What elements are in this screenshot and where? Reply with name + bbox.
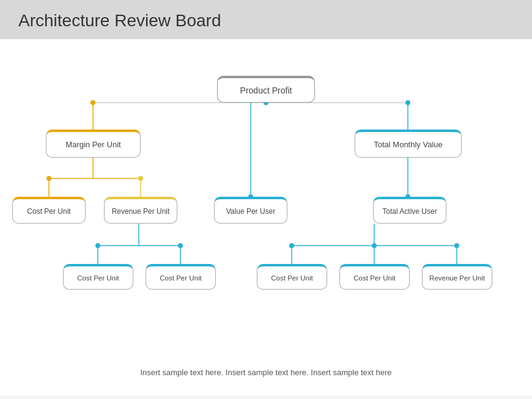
node-revenue-per-unit-l2: Revenue Per Unit (104, 197, 177, 224)
svg-point-24 (138, 176, 143, 181)
footer-text: Insert sample text here. Insert sample t… (0, 368, 532, 377)
node-cost-per-unit-l3-2: Cost Per Unit (146, 264, 216, 290)
node-cost-per-unit-l2-1: Cost Per Unit (12, 197, 86, 224)
node-revenue-per-unit-l3: Revenue Per Unit (422, 264, 492, 290)
main-content: Product Profit Margin Per Unit Total Mon… (0, 39, 532, 395)
svg-point-30 (372, 243, 377, 248)
node-margin-per-unit: Margin Per Unit (46, 130, 141, 158)
svg-point-22 (405, 100, 410, 105)
node-cost-per-unit-l3-3: Cost Per Unit (257, 264, 327, 290)
svg-point-23 (46, 176, 51, 181)
node-total-monthly-value: Total Monthly Value (355, 130, 462, 158)
node-product-profit: Product Profit (217, 76, 315, 103)
svg-point-28 (178, 243, 183, 248)
svg-point-27 (95, 243, 100, 248)
svg-point-31 (454, 243, 459, 248)
node-cost-per-unit-l3-4: Cost Per Unit (339, 264, 410, 290)
node-total-active-user: Total Active User (373, 197, 446, 224)
node-cost-per-unit-l3-1: Cost Per Unit (63, 264, 133, 290)
svg-point-29 (289, 243, 294, 248)
header-bar: Architecture Review Board (0, 0, 532, 39)
svg-point-20 (91, 100, 95, 105)
node-value-per-user: Value Per User (214, 197, 287, 224)
page-title: Architecture Review Board (18, 11, 514, 31)
